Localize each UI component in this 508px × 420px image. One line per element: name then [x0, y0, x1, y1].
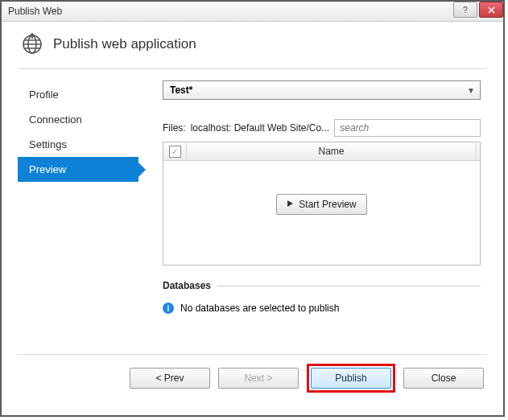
sidebar-item-label: Profile [29, 89, 59, 101]
titlebar-buttons: ? [452, 2, 503, 18]
sidebar-item-preview[interactable]: Preview [18, 157, 138, 182]
titlebar: Publish Web ? [2, 2, 503, 22]
dialog-body: Profile Connection Settings Preview Test… [2, 69, 503, 354]
dialog-footer: < Prev Next > Publish Close [2, 354, 503, 415]
databases-heading-row: Databases [163, 280, 481, 291]
databases-section: Databases i No databases are selected to… [163, 280, 481, 314]
help-button[interactable]: ? [453, 2, 477, 18]
files-label: Files: [163, 122, 186, 134]
profile-dropdown[interactable]: Test* ▼ [163, 80, 481, 100]
sidebar-item-connection[interactable]: Connection [18, 107, 138, 132]
db-divider [217, 286, 481, 286]
sidebar-item-profile[interactable]: Profile [18, 82, 138, 107]
wizard-sidebar: Profile Connection Settings Preview [2, 76, 138, 354]
next-button: Next > [218, 368, 299, 389]
name-column-header[interactable]: Name [187, 142, 477, 160]
play-icon [287, 199, 294, 210]
databases-info-row: i No databases are selected to publish [163, 303, 481, 314]
chevron-down-icon: ▼ [467, 86, 475, 95]
publish-globe-icon [21, 33, 43, 56]
start-preview-wrap: Start Preview [163, 194, 480, 215]
dialog-title: Publish web application [53, 36, 196, 52]
footer-divider [18, 354, 487, 355]
databases-info-text: No databases are selected to publish [180, 303, 339, 314]
close-icon [488, 6, 495, 14]
file-list-header: ✓ Name [163, 142, 480, 161]
next-label: Next > [244, 373, 272, 384]
close-window-button[interactable] [479, 2, 503, 18]
prev-button[interactable]: < Prev [130, 368, 210, 389]
search-placeholder: search [340, 122, 369, 134]
main-panel: Test* ▼ Files: localhost: Default Web Si… [138, 76, 503, 354]
profile-selected-value: Test* [170, 84, 192, 96]
select-all-column[interactable]: ✓ [163, 142, 187, 160]
databases-heading: Databases [163, 280, 211, 291]
window-title: Publish Web [2, 6, 62, 17]
file-list: ✓ Name Start Preview [163, 142, 481, 266]
start-preview-button[interactable]: Start Preview [276, 194, 366, 215]
sidebar-item-label: Settings [29, 138, 67, 150]
publish-highlight: Publish [307, 364, 395, 393]
files-path: localhost: Default Web Site/Co... [191, 122, 330, 134]
files-row: Files: localhost: Default Web Site/Co...… [163, 119, 481, 137]
close-button[interactable]: Close [403, 368, 484, 389]
publish-button[interactable]: Publish [311, 368, 391, 389]
start-preview-label: Start Preview [299, 199, 356, 210]
search-input[interactable]: search [334, 119, 481, 137]
select-all-checkbox[interactable]: ✓ [169, 146, 181, 158]
sidebar-item-settings[interactable]: Settings [18, 132, 138, 157]
dialog-header: Publish web application [2, 22, 503, 64]
dialog-window: Publish Web ? Publish web application Pr… [0, 0, 505, 417]
name-column-label: Name [318, 146, 344, 157]
sidebar-item-label: Preview [29, 163, 66, 175]
prev-label: < Prev [155, 373, 184, 384]
info-icon: i [163, 303, 174, 314]
close-label: Close [432, 373, 456, 384]
sidebar-item-label: Connection [29, 113, 82, 126]
publish-label: Publish [335, 373, 366, 384]
